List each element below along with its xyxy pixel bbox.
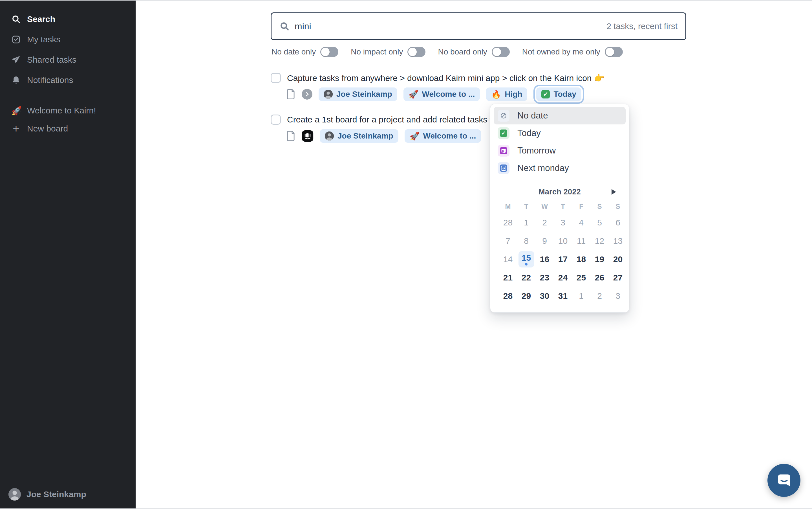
filter-label: No date only [271,47,316,57]
intercom-app-icon[interactable] [302,130,313,142]
owner-tag-label: Joe Steinkamp [337,132,393,140]
paper-plane-icon [11,55,21,65]
toggle-knob [321,48,330,56]
sidebar-nav: Search My tasks Shared tasks [0,1,136,90]
calendar-day[interactable]: 10 [554,232,572,250]
date-option-today[interactable]: ✓ Today [494,125,626,142]
date-option-no-date[interactable]: No date [494,107,626,125]
task-title[interactable]: Create a 1st board for a project and add… [287,115,496,125]
sidebar-item-my-tasks[interactable]: My tasks [0,29,136,50]
task-checkbox[interactable] [271,114,281,125]
date-option-next-monday[interactable]: Next monday [494,160,626,177]
calendar-day[interactable]: 2 [590,287,609,305]
search-results-count: 2 tasks, recent first [606,22,677,31]
selected-day-highlight: 15 [518,251,534,268]
calendar-day[interactable]: 14 [499,250,517,268]
calendar-day[interactable]: 11 [572,232,590,250]
no-impact-only-toggle[interactable] [407,47,426,57]
calendar-day[interactable]: 21 [499,268,517,287]
filter-not-owned: Not owned by me only [522,47,623,57]
sidebar-item-notifications[interactable]: Notifications [0,70,136,90]
owner-tag[interactable]: Joe Steinkamp [320,129,398,143]
sidebar-item-new-board[interactable]: + New board [0,120,136,138]
calendar-day[interactable]: 8 [517,232,536,250]
filter-no-date: No date only [271,47,338,57]
calendar-day[interactable]: 19 [590,250,609,268]
calendar-day[interactable]: 20 [609,250,627,268]
calendar-day[interactable]: 17 [554,250,572,268]
sidebar-item-welcome-board[interactable]: 🚀 Welcome to Kairn! [0,102,136,120]
sidebar-item-label: Shared tasks [27,55,76,65]
no-date-only-toggle[interactable] [320,47,338,57]
calendar-day[interactable]: 24 [554,268,572,287]
calendar-day[interactable]: 30 [536,287,554,305]
board-tag[interactable]: 🚀 Welcome to ... [403,88,480,101]
owner-tag[interactable]: Joe Steinkamp [319,88,397,101]
calendar-day[interactable]: 13 [609,232,627,250]
sidebar-item-label: New board [27,124,68,133]
calendar-day[interactable]: 15 [517,250,536,268]
filter-label: Not owned by me only [522,47,600,57]
search-input[interactable]: mini [295,21,606,32]
search-box[interactable]: mini 2 tasks, recent first [271,12,686,40]
calendar-day[interactable]: 5 [590,213,609,232]
date-option-tomorrow[interactable]: Tomorrow [494,142,626,160]
sidebar-boards: 🚀 Welcome to Kairn! + New board [0,102,136,138]
no-board-only-toggle[interactable] [492,47,510,57]
calendar-day[interactable]: 26 [590,268,609,287]
intercom-launcher-button[interactable] [768,464,801,497]
calendar-weekday-label: S [609,203,627,210]
calendar-day[interactable]: 29 [517,287,536,305]
calendar-day[interactable]: 27 [609,268,627,287]
sidebar-item-shared-tasks[interactable]: Shared tasks [0,50,136,70]
calendar-day[interactable]: 22 [517,268,536,287]
sidebar-item-label: Search [27,14,55,24]
expand-subtasks-button[interactable] [302,89,312,100]
date-option-label: Today [517,128,541,138]
note-icon[interactable] [287,131,295,141]
calendar-day[interactable]: 23 [536,268,554,287]
calendar-day[interactable]: 28 [499,287,517,305]
not-owned-by-me-toggle[interactable] [605,47,623,57]
filter-bar: No date only No impact only No board onl… [271,45,623,59]
divider [490,181,629,181]
bell-icon [11,75,21,85]
calendar-weekday-label: F [572,203,590,210]
search-icon [11,14,21,24]
calendar-day[interactable]: 7 [499,232,517,250]
intercom-chat-bubble-icon [776,472,792,489]
calendar-day[interactable]: 12 [590,232,609,250]
user-profile[interactable]: Joe Steinkamp [0,488,136,501]
sidebar-item-search[interactable]: Search [0,9,136,29]
calendar-day[interactable]: 6 [609,213,627,232]
search-icon [280,21,290,31]
calendar-day[interactable]: 31 [554,287,572,305]
task-row: Create a 1st board for a project and add… [271,114,694,143]
rocket-icon: 🚀 [410,132,419,141]
calendar-day[interactable]: 9 [536,232,554,250]
calendar-day[interactable]: 18 [572,250,590,268]
task-checkbox[interactable] [271,73,281,83]
filter-no-board: No board only [438,47,510,57]
calendar-day[interactable]: 3 [554,213,572,232]
calendar-day[interactable]: 1 [572,287,590,305]
user-avatar [8,488,21,501]
owner-avatar [324,90,333,99]
board-tag[interactable]: 🚀 Welcome to ... [405,129,481,143]
calendar-day[interactable]: 3 [609,287,627,305]
board-tag-label: Welcome to ... [422,90,475,99]
note-icon[interactable] [287,89,295,100]
due-date-tag-label: Today [553,90,576,99]
calendar-day[interactable]: 4 [572,213,590,232]
user-name: Joe Steinkamp [27,489,86,499]
calendar-day[interactable]: 2 [536,213,554,232]
calendar-day[interactable]: 16 [536,250,554,268]
toggle-knob [605,48,614,56]
calendar-day[interactable]: 25 [572,268,590,287]
task-title[interactable]: Capture tasks from anywhere > download K… [287,73,604,83]
calendar-day[interactable]: 1 [517,213,536,232]
calendar-day[interactable]: 28 [499,213,517,232]
next-month-arrow-icon[interactable] [612,189,616,195]
impact-tag[interactable]: 🔥 High [486,88,527,101]
due-date-tag[interactable]: ✓ Today [536,88,581,101]
